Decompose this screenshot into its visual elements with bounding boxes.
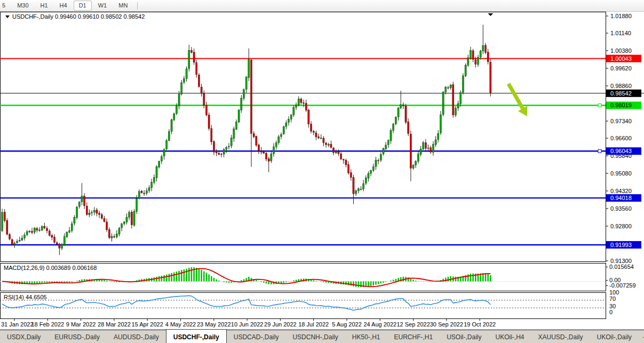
price-level-badge-label: 0.96043 — [610, 148, 632, 154]
timeframe-button-h4[interactable]: H4 — [54, 1, 73, 11]
chart-ohlc-header: USDCHF-,Daily 0.99460 0.99610 0.98502 0.… — [12, 13, 145, 20]
candle-body — [38, 230, 40, 230]
date-axis-label: 10 Jun 2022 — [231, 321, 264, 328]
rsi-axis-label: 70 — [609, 296, 616, 302]
candle-body — [91, 212, 93, 213]
timeframe-button-d1[interactable]: D1 — [74, 1, 92, 11]
rsi-header: RSI(14) 44.6505 — [4, 294, 47, 300]
candle-body — [78, 202, 80, 207]
date-axis-label: 9 Mar 2022 — [66, 321, 96, 328]
candle-body — [99, 213, 100, 215]
candle-body — [49, 231, 50, 235]
candle-body — [19, 241, 20, 241]
candle-body — [310, 124, 312, 131]
price-axis-label: 1.01140 — [610, 30, 631, 36]
timeframe-button-5[interactable]: 5 — [0, 1, 11, 11]
macd-axis-label: 0.015654 — [609, 264, 634, 270]
tab-xauusd-[interactable]: XAUUSD-,Daily — [531, 331, 590, 343]
candle-body — [393, 124, 394, 131]
candle-body — [106, 222, 108, 230]
candle-body — [226, 147, 227, 149]
candle-body — [487, 52, 489, 62]
candle-body — [293, 107, 295, 115]
tab-eurchf-[interactable]: EURCHF-,H1 — [387, 331, 440, 343]
tab-usdchf-[interactable]: USDCHF-,Daily — [166, 329, 227, 343]
macd-axis-label: -0.007259 — [609, 282, 636, 289]
candle-body — [368, 173, 369, 178]
candle-body — [415, 161, 417, 165]
candle-body — [365, 178, 367, 183]
chart-canvas[interactable]: 1.018801.011401.003800.996200.988600.973… — [0, 12, 644, 331]
tab-audusd-[interactable]: AUDUSD-,Daily — [107, 331, 166, 343]
candle-body — [36, 228, 38, 230]
date-axis-label: 18 Feb 2022 — [31, 321, 64, 328]
tab-ukoil-[interactable]: UKOil-,Daily — [590, 331, 639, 343]
level-line-handle[interactable] — [598, 149, 601, 153]
candle-body — [275, 143, 277, 147]
candle-body — [271, 154, 272, 161]
candle-body — [484, 45, 486, 53]
candle-body — [420, 149, 422, 154]
candle-body — [121, 224, 123, 228]
candle-body — [74, 217, 75, 224]
timeframe-button-mn[interactable]: MN — [113, 1, 133, 11]
tab-hk50-[interactable]: HK50-,H1 — [345, 331, 387, 343]
candle-body — [136, 198, 138, 212]
candle-body — [380, 154, 381, 160]
candle-body — [467, 58, 469, 65]
date-axis-label: 5 Aug 2022 — [332, 321, 362, 328]
tab-usdcnh-[interactable]: USDCNH-,Daily — [285, 331, 345, 343]
candle-body — [198, 75, 200, 87]
candle-body — [96, 210, 98, 213]
candle-body — [243, 90, 244, 98]
candle-body — [44, 226, 45, 228]
candle-body — [317, 137, 319, 138]
candle-body — [34, 228, 35, 232]
candle-body — [168, 132, 170, 141]
price-level-badge-label: 0.98542 — [610, 90, 632, 97]
candle-body — [442, 92, 444, 114]
candle-body — [126, 217, 128, 222]
candle-body — [248, 60, 250, 78]
price-axis-label: 0.94320 — [610, 188, 632, 194]
candle-body — [390, 131, 392, 141]
candle-body — [298, 99, 299, 105]
candle-body — [295, 105, 297, 107]
candle-body — [452, 85, 454, 115]
tab-usoil-[interactable]: USOil-,Daily — [440, 331, 488, 343]
candle-body — [363, 184, 364, 189]
candle-body — [178, 94, 180, 106]
candle-body — [333, 148, 335, 153]
candle-body — [405, 106, 407, 122]
candle-body — [173, 114, 175, 119]
tab-eurusd-[interactable]: EURUSD-,Daily — [47, 331, 107, 343]
tab-ukoil-[interactable]: UKOil-,H4 — [488, 331, 531, 343]
candle-body — [101, 214, 102, 218]
candle-body — [129, 212, 130, 217]
candle-body — [263, 152, 265, 153]
candle-body — [148, 188, 150, 191]
candle-body — [300, 99, 302, 102]
chart-tabs-bar: USDX,DailyEURUSD-,DailyAUDUSD-,DailyUSDC… — [0, 331, 644, 343]
candle-body — [16, 241, 18, 243]
timeframe-button-w1[interactable]: W1 — [93, 1, 113, 11]
tab-usdcad-[interactable]: USDCAD-,Daily — [227, 331, 286, 343]
candle-body — [387, 140, 389, 145]
candle-body — [435, 140, 436, 145]
candle-body — [260, 150, 262, 152]
trading-terminal: 5M30H1H4D1W1MN 1.018801.011401.003800.99… — [0, 0, 644, 343]
timeframe-button-h1[interactable]: H1 — [35, 1, 53, 11]
candle-body — [211, 129, 212, 142]
timeframe-button-m30[interactable]: M30 — [12, 1, 34, 11]
level-line-handle[interactable] — [598, 103, 601, 107]
candle-body — [402, 105, 404, 106]
main-chart-panel[interactable] — [1, 12, 606, 262]
tab-usdx[interactable]: USDX,Daily — [0, 331, 47, 343]
rsi-panel[interactable] — [1, 293, 606, 319]
candle-body — [108, 229, 110, 237]
candle-body — [153, 178, 155, 183]
candle-body — [131, 212, 132, 225]
candle-body — [490, 62, 491, 93]
candle-body — [4, 212, 5, 221]
price-axis-label: 0.93560 — [610, 205, 632, 212]
